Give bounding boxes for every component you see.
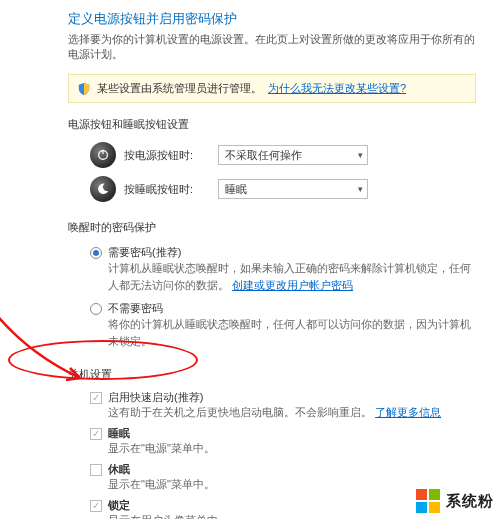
checkbox-hibernate[interactable]: [90, 464, 102, 476]
section-wake-head: 唤醒时的密码保护: [68, 220, 476, 235]
checkbox-sleep[interactable]: ✓: [90, 428, 102, 440]
ms-logo-icon: [416, 489, 440, 513]
require-password-label: 需要密码(推荐): [108, 245, 181, 260]
lock-item: ✓ 锁定 显示在用户头像菜单中。: [68, 496, 476, 519]
shield-icon: [77, 82, 91, 96]
lock-desc: 显示在用户头像菜单中。: [90, 513, 476, 519]
power-button-row: 按电源按钮时: 不采取任何操作 ▾: [68, 138, 476, 172]
create-change-account-link[interactable]: 创建或更改用户帐户密码: [232, 279, 353, 291]
chevron-down-icon: ▾: [358, 150, 363, 160]
power-button-value: 不采取任何操作: [225, 148, 302, 163]
moon-icon: [90, 176, 116, 202]
sleep-button-row: 按睡眠按钮时: 睡眠 ▾: [68, 172, 476, 206]
fast-startup-label: 启用快速启动(推荐): [108, 390, 203, 405]
radio-no-password[interactable]: [90, 303, 102, 315]
hibernate-label: 休眠: [108, 462, 130, 477]
sleep-button-value: 睡眠: [225, 182, 247, 197]
sleep-button-label: 按睡眠按钮时:: [124, 182, 210, 197]
watermark: 系统粉: [416, 489, 494, 513]
no-password-desc: 将你的计算机从睡眠状态唤醒时，任何人都可以访问你的数据，因为计算机未锁定。: [90, 316, 476, 349]
lock-label: 锁定: [108, 498, 130, 513]
watermark-text: 系统粉: [446, 492, 494, 511]
power-icon: [90, 142, 116, 168]
power-button-label: 按电源按钮时:: [124, 148, 210, 163]
no-password-label: 不需要密码: [108, 301, 163, 316]
admin-info-bar: 某些设置由系统管理员进行管理。 为什么我无法更改某些设置?: [68, 74, 476, 103]
learn-more-link[interactable]: 了解更多信息: [375, 406, 441, 418]
page-desc: 选择要为你的计算机设置的电源设置。在此页上对设置所做的更改将应用于你所有的电源计…: [68, 32, 476, 62]
why-cant-change-link[interactable]: 为什么我无法更改某些设置?: [268, 81, 406, 96]
power-button-select[interactable]: 不采取任何操作 ▾: [218, 145, 368, 165]
fast-startup-item: ✓ 启用快速启动(推荐) 这有助于在关机之后更快地启动电脑。不会影响重启。 了解…: [68, 388, 476, 424]
checkbox-lock[interactable]: ✓: [90, 500, 102, 512]
no-password-option: 不需要密码 将你的计算机从睡眠状态唤醒时，任何人都可以访问你的数据，因为计算机未…: [68, 297, 476, 353]
section-buttons-head: 电源按钮和睡眠按钮设置: [68, 117, 476, 132]
page-title: 定义电源按钮并启用密码保护: [68, 10, 476, 28]
radio-require-password[interactable]: [90, 247, 102, 259]
sleep-label: 睡眠: [108, 426, 130, 441]
require-password-option: 需要密码(推荐) 计算机从睡眠状态唤醒时，如果未输入正确的密码来解除计算机锁定，…: [68, 241, 476, 297]
admin-info-text: 某些设置由系统管理员进行管理。: [97, 81, 262, 96]
fast-startup-desc: 这有助于在关机之后更快地启动电脑。不会影响重启。: [108, 406, 372, 418]
checkbox-fast-startup[interactable]: ✓: [90, 392, 102, 404]
sleep-item: ✓ 睡眠 显示在"电源"菜单中。: [68, 424, 476, 460]
section-shutdown-head: 关机设置: [68, 367, 476, 382]
sleep-desc: 显示在"电源"菜单中。: [90, 441, 476, 456]
sleep-button-select[interactable]: 睡眠 ▾: [218, 179, 368, 199]
svg-rect-1: [102, 150, 103, 154]
chevron-down-icon: ▾: [358, 184, 363, 194]
hibernate-item: 休眠 显示在"电源"菜单中。: [68, 460, 476, 496]
